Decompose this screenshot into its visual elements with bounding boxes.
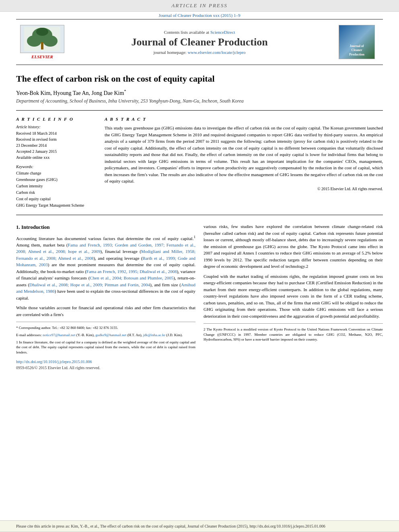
cp-logo-image: Journal of Cleaner Production [339, 25, 375, 59]
body-col-right: various risks, few studies have explored… [204, 223, 383, 371]
kw-ghg: Greenhouse gases (GHG) [16, 177, 97, 183]
journal-title-center: Contents lists available at ScienceDirec… [68, 30, 331, 55]
journal-main-title: Journal of Cleaner Production [68, 36, 331, 48]
abstract-label: A B S T R A C T [105, 117, 383, 121]
ref-dhaliwal2008[interactable]: Dhaliwal et al., 2008; Hope et al., 2009… [29, 282, 150, 287]
authors-line: Yeon-Bok Kim, Hyoung Tae An, Jong Dae Ki… [16, 89, 383, 97]
history-received: Received 18 March 2014 [16, 130, 97, 136]
body-columns: 1. Introduction Accounting literature ha… [16, 223, 383, 371]
issn-line: 0959-6526/© 2015 Elsevier Ltd. All right… [16, 365, 195, 371]
ref-fama-an[interactable]: Fama an French, 1992, 1995; Dhaliwal et … [86, 269, 177, 274]
journal-header: ELSEVIER Contents lists available at Sci… [16, 19, 383, 65]
sciencedirect-link[interactable]: ScienceDirect [210, 30, 235, 35]
article-in-press-banner: ARTICLE IN PRESS [0, 0, 399, 12]
article-content: The effect of carbon risk on the cost of… [16, 65, 383, 371]
elsevier-image [20, 25, 64, 53]
article-info-column: A R T I C L E I N F O Article history: R… [16, 117, 97, 209]
journal-homepage: journal homepage: www.elsevier.com/locat… [68, 50, 331, 55]
elsevier-label: ELSEVIER [31, 54, 53, 59]
cp-logo-section: Journal of Cleaner Production [331, 23, 383, 61]
journal-info-bar: Journal of Cleaner Production xxx (2015)… [0, 12, 399, 19]
cp-logo-text: Journal of Cleaner Production [349, 44, 364, 57]
affiliation: Department of Accounting, School of Busi… [16, 98, 383, 104]
history-revised-label: Received in revised form [16, 136, 97, 142]
svg-rect-4 [41, 42, 43, 49]
svg-point-2 [27, 35, 41, 47]
intro-para3: various risks, few studies have explored… [204, 223, 383, 270]
kw-carbon-intensity: Carbon intensity [16, 183, 97, 189]
footnote-star: * Corresponding author. Tel.: +82 32 860… [16, 325, 195, 331]
ref-chen2004[interactable]: Chen et al., 2004; Botosan and Plumlee, … [90, 275, 173, 280]
footnote-email: E-mail addresses: notice97@hanmail.net (… [16, 333, 195, 338]
footnotes-area-right: 2 The Kyoto Protocol is a modified versi… [204, 323, 383, 342]
homepage-link[interactable]: www.elsevier.com/locate/jclepro [187, 50, 245, 55]
history-available: Available online xxx [16, 154, 97, 160]
doi-line[interactable]: http://dx.doi.org/10.1016/j.jclepro.2015… [16, 359, 195, 365]
article-history: Article history: Received 18 March 2014 … [16, 125, 97, 160]
copyright-line: © 2015 Elsevier Ltd. All rights reserved… [105, 187, 383, 191]
body-col-left: 1. Introduction Accounting literature ha… [16, 223, 195, 371]
kw-ghg-scheme: GHG Energy Target Management Scheme [16, 202, 97, 209]
elsevier-logo-section: ELSEVIER [16, 23, 68, 61]
history-revised-date: 23 December 2014 [16, 142, 97, 148]
email3-link[interactable]: gudke9@hanmail.net [95, 333, 126, 337]
abstract-text: This study uses greenhouse gas (GHG) emi… [105, 125, 383, 185]
footnote-2: 2 The Kyoto Protocol is a modified versi… [204, 327, 383, 342]
article-info-abstract: A R T I C L E I N F O Article history: R… [16, 110, 383, 215]
footnote-1: 1 In finance literature, the cost of cap… [16, 340, 195, 355]
footnotes-area-left: * Corresponding author. Tel.: +82 32 860… [16, 322, 195, 355]
kw-climate-change: Climate change [16, 170, 97, 177]
article-info-label: A R T I C L E I N F O [16, 117, 97, 121]
history-label: Article history: [16, 125, 97, 129]
intro-para2: While those variables account for financ… [16, 304, 195, 318]
contents-line: Contents lists available at ScienceDirec… [68, 30, 331, 35]
svg-point-5 [36, 28, 48, 36]
intro-para1: Accounting literature has documented var… [16, 234, 195, 302]
intro-para4: Coupled with the market trading of emiss… [204, 273, 383, 320]
email1-link[interactable]: notice97@hanmail.net [43, 333, 76, 337]
history-accepted: Accepted 2 January 2015 [16, 148, 97, 154]
svg-point-3 [43, 35, 58, 47]
citation-bar: Please cite this article in press as: Ki… [0, 520, 399, 532]
keywords-section: Keywords: Climate change Greenhouse gase… [16, 164, 97, 209]
intro-heading: 1. Introduction [16, 223, 195, 231]
keywords-label: Keywords: [16, 164, 97, 169]
article-title: The effect of carbon risk on the cost of… [16, 73, 383, 85]
abstract-column: A B S T R A C T This study uses greenhou… [105, 117, 383, 209]
kw-carbon-risk: Carbon risk [16, 189, 97, 196]
email2-link[interactable]: jdk@inha.ac.kr [143, 333, 165, 337]
kw-cost-equity: Cost of equity capital [16, 196, 97, 202]
